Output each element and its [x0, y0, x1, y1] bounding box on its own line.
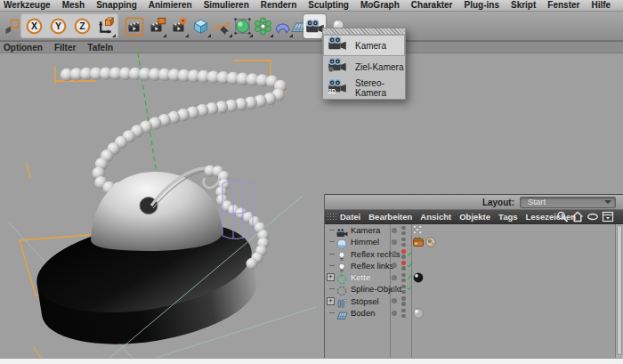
camera-toggle-icon[interactable]: [413, 225, 422, 234]
enabled-check-icon[interactable]: ✓: [407, 260, 414, 271]
object-row-kette[interactable]: +Kette✓: [325, 271, 623, 283]
menu-skript[interactable]: Skript: [511, 0, 536, 11]
texture-tag-icon[interactable]: [425, 237, 436, 247]
menu-mesh[interactable]: Mesh: [62, 0, 85, 11]
layer-dot[interactable]: [392, 228, 397, 233]
panel-grip[interactable]: [327, 213, 336, 222]
wire-handle: [151, 168, 220, 208]
visibility-dot-render[interactable]: [401, 231, 406, 236]
object-label[interactable]: Stöpsel: [351, 296, 379, 306]
eye-icon[interactable]: [587, 211, 599, 222]
object-row-himmel[interactable]: Himmel: [325, 236, 623, 247]
om-menu-datei[interactable]: Datei: [340, 210, 360, 223]
menu-werkzeuge[interactable]: Werkzeuge: [4, 0, 51, 11]
object-label[interactable]: Himmel: [351, 237, 379, 247]
add-primitive-cube-button[interactable]: [190, 14, 212, 38]
lock-x-button[interactable]: X: [23, 14, 45, 38]
object-label[interactable]: Kamera: [351, 225, 380, 235]
object-row-kamera[interactable]: Kamera: [325, 224, 623, 236]
visibility-dot-editor[interactable]: [401, 273, 406, 278]
material-grey-icon[interactable]: [413, 308, 424, 319]
menu-charakter[interactable]: Charakter: [411, 0, 453, 11]
object-row-reflex-links[interactable]: Reflex links✓: [325, 260, 623, 271]
panel-icon[interactable]: [602, 211, 614, 222]
scrollbar-thumb[interactable]: [617, 225, 622, 355]
tree-branch: [329, 241, 335, 242]
home-icon[interactable]: [571, 211, 584, 222]
layer-dot[interactable]: [392, 275, 397, 280]
visibility-dot-render[interactable]: [401, 290, 406, 295]
enabled-check-icon[interactable]: ✓: [407, 248, 414, 260]
coordinate-system-button[interactable]: [94, 14, 117, 38]
menu-mograph[interactable]: MoGraph: [360, 0, 400, 11]
last-tool-button[interactable]: [1, 14, 23, 38]
scrollbar[interactable]: [615, 224, 623, 359]
dropdown-item-ziel-kamera[interactable]: Ziel-Kamera: [323, 56, 405, 77]
render-view-icon: [125, 17, 144, 36]
camera-dropdown-palette: Kamera Ziel-Kamera 3DStereo-Kamera: [322, 28, 406, 100]
visibility-dot-render[interactable]: [401, 302, 406, 306]
viewport-menu-filter[interactable]: Filter: [54, 42, 76, 53]
layer-dot[interactable]: [392, 263, 397, 268]
om-menu-tags[interactable]: Tags: [498, 210, 517, 223]
visibility-dot-editor[interactable]: [401, 285, 406, 289]
lock-z-button[interactable]: Z: [71, 14, 93, 38]
compositing-tag-icon[interactable]: [413, 237, 424, 247]
menu-simulieren[interactable]: Simulieren: [204, 0, 249, 11]
menu-snapping[interactable]: Snapping: [96, 0, 137, 11]
menu-sculpting[interactable]: Sculpting: [308, 0, 349, 11]
expand-icon[interactable]: +: [327, 273, 335, 281]
visibility-dot-editor[interactable]: [401, 309, 406, 313]
menu-animieren[interactable]: Animieren: [149, 0, 192, 11]
material-black-icon[interactable]: [413, 272, 424, 283]
visibility-dot-editor[interactable]: [401, 249, 406, 254]
menu-fenster[interactable]: Fenster: [547, 0, 579, 11]
visibility-dot-render[interactable]: [401, 255, 406, 259]
om-menu-bearbeiten[interactable]: Bearbeiten: [368, 210, 412, 223]
visibility-dot-editor[interactable]: [401, 261, 406, 265]
object-label[interactable]: Kette: [351, 272, 370, 282]
add-spline-button[interactable]: [211, 14, 233, 38]
palette-tearoff-strip[interactable]: [323, 28, 405, 35]
render-picture-viewer-button[interactable]: [145, 14, 167, 38]
render-settings-button[interactable]: [167, 14, 190, 38]
object-row-spline-objekt[interactable]: Spline-Objekt✓: [325, 283, 623, 295]
layout-select[interactable]: Start: [520, 197, 616, 208]
visibility-dot-editor[interactable]: [401, 238, 406, 242]
viewport-menubar: OptionenFilterTafeln: [0, 41, 623, 53]
expand-icon[interactable]: +: [327, 297, 335, 305]
menu-rendern[interactable]: Rendern: [261, 0, 297, 11]
object-row-st-psel[interactable]: +Stöpsel: [325, 295, 623, 307]
lock-y-button[interactable]: Y: [47, 14, 69, 38]
svg-text:3D: 3D: [328, 88, 336, 93]
visibility-dot-editor[interactable]: [401, 296, 406, 301]
object-row-reflex-rechts[interactable]: Reflex rechts✓: [325, 248, 623, 260]
viewport-menu-optionen[interactable]: Optionen: [4, 42, 43, 53]
visibility-dot-render[interactable]: [401, 279, 406, 283]
layer-dot[interactable]: [392, 311, 397, 316]
cube-icon: [191, 17, 210, 36]
menu-plug-ins[interactable]: Plug-ins: [465, 0, 499, 11]
layer-dot[interactable]: [392, 298, 397, 303]
render-view-button[interactable]: [123, 14, 145, 38]
search-icon[interactable]: [556, 211, 569, 222]
visibility-dot-render[interactable]: [401, 266, 406, 271]
object-label[interactable]: Reflex links: [351, 261, 394, 271]
object-label[interactable]: Boden: [351, 308, 375, 318]
dropdown-item-stereo-kamera[interactable]: 3DStereo-Kamera: [323, 77, 405, 99]
enabled-check-icon[interactable]: ✓: [407, 283, 414, 295]
dropdown-item-kamera[interactable]: Kamera: [323, 35, 405, 56]
viewport-menu-tafeln[interactable]: Tafeln: [87, 42, 113, 53]
add-subdivision-surface-button[interactable]: [231, 14, 254, 38]
visibility-dot-render[interactable]: [401, 243, 406, 247]
layer-dot[interactable]: [392, 239, 397, 245]
om-menu-ansicht[interactable]: Ansicht: [420, 210, 451, 223]
tag-list: [413, 237, 436, 247]
visibility-dot-editor[interactable]: [401, 226, 406, 231]
layer-dot[interactable]: [392, 287, 397, 292]
om-menu-objekte[interactable]: Objekte: [459, 210, 490, 223]
visibility-dot-render[interactable]: [401, 314, 406, 319]
axis-letter-icon: Z: [73, 17, 92, 36]
object-row-boden[interactable]: Boden: [325, 307, 623, 319]
menu-hilfe[interactable]: Hilfe: [591, 0, 611, 11]
